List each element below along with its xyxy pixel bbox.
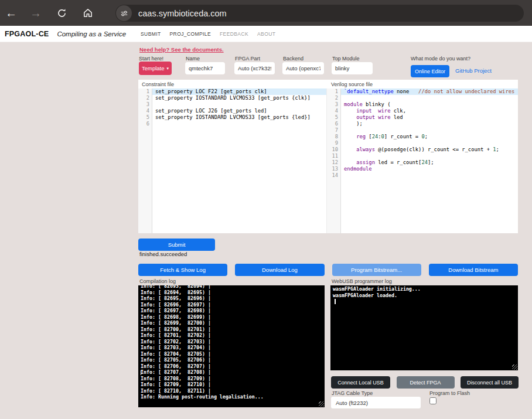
submit-button[interactable]: Submit (138, 239, 215, 251)
jtag-cable-type-select[interactable]: Auto (ft2232) (331, 397, 421, 408)
program-bitstream-button[interactable]: Program Bitstream... (332, 264, 421, 276)
address-bar[interactable]: caas.symbioticeda.com (115, 5, 524, 22)
home-icon[interactable] (78, 3, 98, 23)
verilog-editor[interactable]: 1`default_nettype none //do not allow un… (326, 88, 518, 233)
nav-submit[interactable]: SUBMIT (141, 31, 161, 37)
line-number: 8 (327, 134, 341, 140)
code-line[interactable]: 10 always @(posedge(clk)) r_count <= r_c… (327, 147, 518, 153)
code-line[interactable]: 4set_property LOC J26 [get_ports led] (138, 108, 326, 114)
code-line[interactable]: 7 (327, 127, 518, 134)
status-text: finished.succeeded (139, 251, 187, 257)
line-number: 3 (327, 101, 341, 108)
resize-handle[interactable] (512, 365, 517, 370)
line-number: 13 (327, 166, 341, 172)
webusb-log[interactable]: wasmFPGAloader initializing...wasmFPGAlo… (330, 285, 518, 370)
page-content: Need help? See the documents. Start here… (0, 42, 532, 419)
download-log-button[interactable]: Download Log (235, 264, 324, 276)
token: 24 (372, 134, 378, 139)
connect-local-usb-button[interactable]: Connect Local USB (331, 376, 390, 389)
fetch-show-log-button[interactable]: Fetch & Show Log (138, 264, 227, 276)
template-dropdown-button[interactable]: Template ▾ (139, 62, 172, 75)
download-bitstream-button[interactable]: Download Bitstream (429, 264, 518, 276)
code-line[interactable]: 2 (327, 95, 518, 101)
chevron-down-icon: ▾ (167, 66, 169, 71)
program-to-flash-checkbox[interactable] (429, 397, 436, 404)
top-module-input[interactable] (332, 62, 373, 74)
nav-feedback[interactable]: FEEDBACK (220, 31, 248, 37)
code-text: ); (341, 121, 518, 127)
nav-about[interactable]: ABOUT (257, 31, 275, 37)
code-text: endmodule (341, 166, 518, 172)
brand-tagline: Compiling as a Service (57, 30, 126, 38)
resize-handle[interactable] (319, 401, 324, 407)
line-number: 5 (327, 114, 341, 121)
token: [ (366, 134, 372, 139)
code-line[interactable]: 2set_property IOSTANDARD LVCMOS33 [get_p… (138, 95, 326, 101)
constraint-file-label: Constraint file (142, 81, 174, 87)
token: ); (344, 121, 363, 127)
code-line[interactable]: 11 (327, 153, 518, 159)
code-line[interactable]: 12 assign led = r_count[24]; (327, 159, 518, 166)
code-line[interactable]: 4 input wire clk, (327, 108, 518, 114)
log-line: Info: [ 82700, 82701) | (141, 326, 325, 333)
log-line: Info: [ 82709, 82710) | (141, 381, 325, 388)
code-text: module blinky ( (341, 101, 518, 108)
line-number: 5 (138, 114, 152, 121)
code-text: set_property IOSTANDARD LVCMOS33 [get_po… (152, 95, 326, 101)
code-text: set_property IOSTANDARD LVCMOS33 [get_po… (152, 114, 326, 121)
code-line[interactable]: 8 reg [24:0] r_count = 0; (327, 134, 518, 140)
token: 24 (421, 159, 428, 165)
name-input[interactable] (185, 62, 225, 74)
code-text: reg [24:0] r_count = 0; (341, 134, 518, 140)
log-line: Info: [ 82702, 82703) | (141, 339, 325, 345)
code-line[interactable]: 14 (327, 172, 518, 179)
token: endmodule (344, 166, 372, 172)
code-line[interactable]: 1set_property LOC F22 [get_ports clk] (138, 88, 326, 95)
back-icon[interactable]: ← (1, 3, 21, 23)
disconnect-all-usb-button[interactable]: Disconnect all USB (461, 376, 519, 389)
site-info-icon[interactable] (116, 5, 132, 21)
action-buttons-row: Fetch & Show LogDownload LogProgram Bits… (138, 264, 518, 276)
site-header: FPGAOL-CE Compiling as a Service SUBMITP… (0, 26, 532, 42)
webusb-log-label: WebUSB programmer log (332, 278, 392, 284)
code-line[interactable]: 9 (327, 140, 518, 147)
line-number: 6 (327, 121, 341, 127)
token: blinky ( (363, 101, 391, 107)
detect-fpga-button[interactable]: Detect FPGA (397, 376, 455, 389)
code-line[interactable]: 13endmodule (327, 166, 518, 172)
token: none (394, 88, 409, 94)
code-line[interactable]: 3 (138, 101, 326, 108)
nav-proj_compile[interactable]: PROJ_COMPILE (170, 31, 211, 37)
log-line: Info: [ 82703, 82704) | (141, 345, 325, 351)
line-number: 1 (138, 88, 152, 95)
main-nav: SUBMITPROJ_COMPILEFEEDBACKABOUT (141, 31, 275, 37)
line-number: 6 (138, 121, 152, 127)
jtag-cable-type-label: JTAG Cable Type (332, 390, 373, 396)
code-line[interactable]: 3module blinky ( (327, 101, 518, 108)
log-line: wasmFPGAloader initializing... (333, 286, 518, 292)
code-line[interactable]: 6 ); (327, 121, 518, 127)
code-text (152, 121, 326, 127)
github-project-link[interactable]: GitHub Project (455, 67, 492, 74)
cursor-line (333, 299, 518, 306)
token: wire (378, 114, 390, 120)
code-line[interactable]: 1`default_nettype none //do not allow un… (327, 88, 518, 95)
help-docs-link[interactable]: Need help? See the documents. (139, 46, 224, 53)
code-line[interactable]: 6 (138, 121, 326, 127)
log-line: Info: [ 82706, 82707) | (141, 363, 325, 370)
code-text (341, 153, 518, 159)
code-line[interactable]: 5set_property IOSTANDARD LVCMOS33 [get_p… (138, 114, 326, 121)
token (344, 159, 356, 165)
fpga-part-input[interactable] (234, 62, 275, 74)
compilation-log[interactable]: Info: [ 82693, 82694) |Info: [ 82694, 82… (138, 285, 325, 407)
token: assign (356, 159, 375, 165)
online-editor-button[interactable]: Online Editor (411, 65, 449, 77)
token (344, 108, 356, 114)
code-line[interactable]: 5 output wire led (327, 114, 518, 121)
constraint-editor[interactable]: 1set_property LOC F22 [get_ports clk]2se… (138, 88, 326, 233)
forward-icon[interactable]: → (26, 3, 46, 23)
log-line: Info: [ 82696, 82697) | (141, 302, 325, 308)
token: set_property LOC F22 [get_ports clk] (155, 88, 267, 94)
backend-input[interactable] (282, 62, 324, 74)
reload-icon[interactable] (52, 3, 71, 23)
